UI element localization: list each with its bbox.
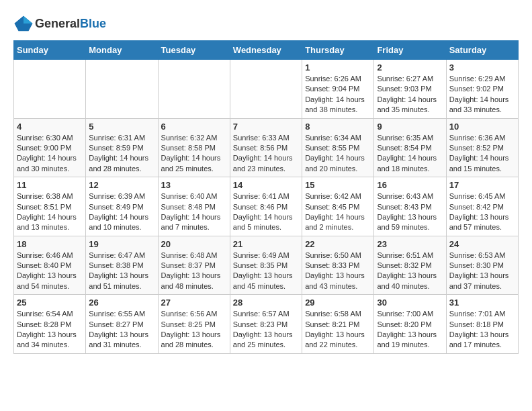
day-number: 2 (377, 62, 443, 73)
day-number: 21 (233, 239, 299, 249)
day-number: 5 (89, 122, 154, 132)
day-number: 20 (161, 239, 227, 249)
header-friday: Friday (374, 41, 446, 60)
day-info: Sunrise: 6:27 AM Sunset: 9:03 PM Dayligh… (377, 74, 443, 116)
day-info: Sunrise: 6:53 AM Sunset: 8:30 PM Dayligh… (449, 250, 515, 292)
calendar-cell: 13Sunrise: 6:40 AM Sunset: 8:48 PM Dayli… (158, 177, 230, 236)
day-number: 31 (449, 298, 515, 308)
day-info: Sunrise: 6:39 AM Sunset: 8:49 PM Dayligh… (89, 191, 154, 233)
day-info: Sunrise: 6:40 AM Sunset: 8:48 PM Dayligh… (161, 191, 227, 233)
day-info: Sunrise: 6:51 AM Sunset: 8:32 PM Dayligh… (377, 250, 443, 292)
calendar-cell: 10Sunrise: 6:36 AM Sunset: 8:52 PM Dayli… (446, 118, 518, 177)
calendar-cell: 11Sunrise: 6:38 AM Sunset: 8:51 PM Dayli… (14, 177, 86, 236)
calendar-cell: 3Sunrise: 6:29 AM Sunset: 9:02 PM Daylig… (446, 60, 518, 119)
day-info: Sunrise: 6:56 AM Sunset: 8:25 PM Dayligh… (161, 309, 227, 351)
header-thursday: Thursday (302, 41, 374, 60)
week-row-2: 11Sunrise: 6:38 AM Sunset: 8:51 PM Dayli… (14, 177, 519, 236)
day-info: Sunrise: 6:31 AM Sunset: 8:59 PM Dayligh… (89, 133, 154, 175)
calendar-cell (158, 60, 230, 119)
calendar-cell: 22Sunrise: 6:50 AM Sunset: 8:33 PM Dayli… (302, 236, 374, 295)
calendar-table: SundayMondayTuesdayWednesdayThursdayFrid… (13, 40, 519, 354)
calendar-cell: 15Sunrise: 6:42 AM Sunset: 8:45 PM Dayli… (302, 177, 374, 236)
day-number: 8 (305, 122, 371, 132)
calendar-header-row: SundayMondayTuesdayWednesdayThursdayFrid… (14, 41, 519, 60)
calendar-cell: 18Sunrise: 6:46 AM Sunset: 8:40 PM Dayli… (14, 236, 86, 295)
calendar-cell: 16Sunrise: 6:43 AM Sunset: 8:43 PM Dayli… (374, 177, 446, 236)
calendar-cell: 30Sunrise: 7:00 AM Sunset: 8:20 PM Dayli… (374, 295, 446, 354)
week-row-1: 4Sunrise: 6:30 AM Sunset: 9:00 PM Daylig… (14, 118, 519, 177)
week-row-3: 18Sunrise: 6:46 AM Sunset: 8:40 PM Dayli… (14, 236, 519, 295)
day-number: 17 (449, 180, 515, 190)
calendar-cell: 1Sunrise: 6:26 AM Sunset: 9:04 PM Daylig… (302, 60, 374, 119)
day-info: Sunrise: 6:26 AM Sunset: 9:04 PM Dayligh… (305, 74, 371, 116)
day-info: Sunrise: 6:48 AM Sunset: 8:37 PM Dayligh… (161, 250, 227, 292)
day-info: Sunrise: 6:46 AM Sunset: 8:40 PM Dayligh… (17, 250, 83, 292)
calendar-cell: 29Sunrise: 6:58 AM Sunset: 8:21 PM Dayli… (302, 295, 374, 354)
calendar-cell: 14Sunrise: 6:41 AM Sunset: 8:46 PM Dayli… (230, 177, 302, 236)
calendar-cell: 23Sunrise: 6:51 AM Sunset: 8:32 PM Dayli… (374, 236, 446, 295)
day-number: 24 (449, 239, 515, 249)
day-number: 10 (449, 122, 515, 132)
svg-marker-2 (15, 16, 24, 24)
calendar-cell: 21Sunrise: 6:49 AM Sunset: 8:35 PM Dayli… (230, 236, 302, 295)
day-info: Sunrise: 6:29 AM Sunset: 9:02 PM Dayligh… (449, 74, 515, 116)
day-info: Sunrise: 6:32 AM Sunset: 8:58 PM Dayligh… (161, 133, 227, 175)
day-info: Sunrise: 6:38 AM Sunset: 8:51 PM Dayligh… (17, 191, 83, 233)
day-number: 26 (89, 298, 154, 308)
day-number: 9 (377, 122, 443, 132)
day-info: Sunrise: 7:00 AM Sunset: 8:20 PM Dayligh… (377, 309, 443, 351)
header-monday: Monday (86, 41, 158, 60)
day-number: 22 (305, 239, 371, 249)
day-info: Sunrise: 6:42 AM Sunset: 8:45 PM Dayligh… (305, 191, 371, 233)
calendar-cell: 9Sunrise: 6:35 AM Sunset: 8:54 PM Daylig… (374, 118, 446, 177)
day-number: 27 (161, 298, 227, 308)
day-number: 6 (161, 122, 227, 132)
day-number: 23 (377, 239, 443, 249)
day-info: Sunrise: 7:01 AM Sunset: 8:18 PM Dayligh… (449, 309, 515, 351)
day-number: 16 (377, 180, 443, 190)
day-info: Sunrise: 6:43 AM Sunset: 8:43 PM Dayligh… (377, 191, 443, 233)
week-row-0: 1Sunrise: 6:26 AM Sunset: 9:04 PM Daylig… (14, 60, 519, 119)
header-saturday: Saturday (446, 41, 518, 60)
day-info: Sunrise: 6:45 AM Sunset: 8:42 PM Dayligh… (449, 191, 515, 233)
day-number: 15 (305, 180, 371, 190)
day-number: 4 (17, 122, 83, 132)
day-number: 1 (305, 62, 371, 73)
day-number: 19 (89, 239, 154, 249)
logo-icon (13, 13, 34, 34)
day-info: Sunrise: 6:36 AM Sunset: 8:52 PM Dayligh… (449, 133, 515, 175)
calendar-cell: 28Sunrise: 6:57 AM Sunset: 8:23 PM Dayli… (230, 295, 302, 354)
calendar-cell (230, 60, 302, 119)
calendar-cell: 17Sunrise: 6:45 AM Sunset: 8:42 PM Dayli… (446, 177, 518, 236)
header-wednesday: Wednesday (230, 41, 302, 60)
calendar-cell: 8Sunrise: 6:34 AM Sunset: 8:55 PM Daylig… (302, 118, 374, 177)
calendar-cell: 6Sunrise: 6:32 AM Sunset: 8:58 PM Daylig… (158, 118, 230, 177)
calendar-cell: 25Sunrise: 6:54 AM Sunset: 8:28 PM Dayli… (14, 295, 86, 354)
calendar-cell: 4Sunrise: 6:30 AM Sunset: 9:00 PM Daylig… (14, 118, 86, 177)
day-info: Sunrise: 6:57 AM Sunset: 8:23 PM Dayligh… (233, 309, 299, 351)
day-number: 14 (233, 180, 299, 190)
calendar-cell: 12Sunrise: 6:39 AM Sunset: 8:49 PM Dayli… (86, 177, 158, 236)
svg-marker-1 (24, 16, 33, 24)
page-header: GeneralBlue (13, 13, 519, 34)
logo-blue-text: Blue (80, 17, 106, 30)
calendar-cell: 31Sunrise: 7:01 AM Sunset: 8:18 PM Dayli… (446, 295, 518, 354)
logo-general-text: General (35, 17, 80, 30)
calendar-cell: 5Sunrise: 6:31 AM Sunset: 8:59 PM Daylig… (86, 118, 158, 177)
calendar-cell: 24Sunrise: 6:53 AM Sunset: 8:30 PM Dayli… (446, 236, 518, 295)
day-number: 18 (17, 239, 83, 249)
calendar-cell: 26Sunrise: 6:55 AM Sunset: 8:27 PM Dayli… (86, 295, 158, 354)
calendar-cell: 19Sunrise: 6:47 AM Sunset: 8:38 PM Dayli… (86, 236, 158, 295)
day-number: 7 (233, 122, 299, 132)
day-info: Sunrise: 6:54 AM Sunset: 8:28 PM Dayligh… (17, 309, 83, 351)
day-number: 30 (377, 298, 443, 308)
header-sunday: Sunday (14, 41, 86, 60)
day-info: Sunrise: 6:41 AM Sunset: 8:46 PM Dayligh… (233, 191, 299, 233)
day-info: Sunrise: 6:33 AM Sunset: 8:56 PM Dayligh… (233, 133, 299, 175)
calendar-cell: 2Sunrise: 6:27 AM Sunset: 9:03 PM Daylig… (374, 60, 446, 119)
logo: GeneralBlue (13, 13, 106, 34)
day-number: 29 (305, 298, 371, 308)
day-info: Sunrise: 6:58 AM Sunset: 8:21 PM Dayligh… (305, 309, 371, 351)
day-number: 28 (233, 298, 299, 308)
day-number: 11 (17, 180, 83, 190)
